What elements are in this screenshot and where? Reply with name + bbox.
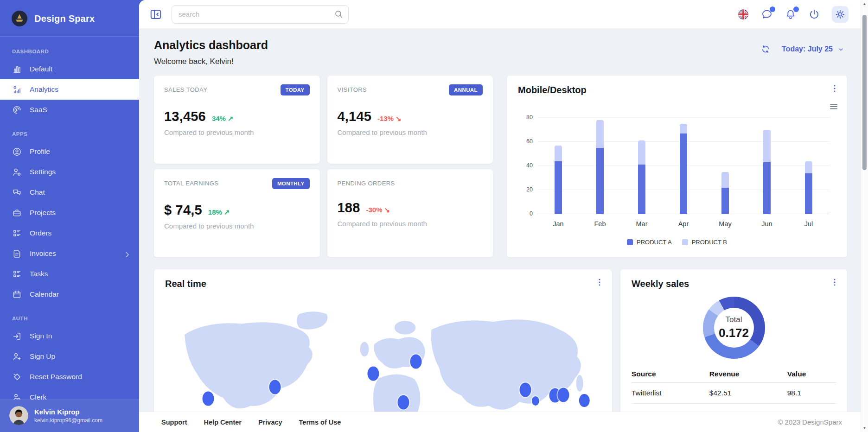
- sidebar-item-projects[interactable]: Projects: [0, 203, 139, 223]
- map-visitor-dot[interactable]: [203, 391, 214, 406]
- sidebar-item-clerk[interactable]: Clerk: [0, 387, 139, 400]
- scrollbar-thumb[interactable]: [862, 15, 867, 170]
- bar-jul[interactable]: [788, 118, 830, 214]
- chart-export-menu-button[interactable]: [829, 102, 839, 112]
- stat-value: 188: [338, 200, 360, 216]
- real-time-menu-button[interactable]: [594, 277, 605, 287]
- sidebar-collapse-button[interactable]: [149, 8, 162, 21]
- search-input[interactable]: [172, 5, 349, 24]
- chart-title: Mobile/Desktop: [518, 85, 836, 95]
- sidebar-item-label: Calendar: [30, 290, 59, 299]
- legend-swatch: [682, 239, 688, 245]
- scrollbar-up-arrow[interactable]: ▲: [861, 2, 868, 6]
- notifications-button[interactable]: [785, 8, 797, 20]
- table-header-value: Value: [787, 366, 836, 383]
- sidebar-item-invoices[interactable]: Invoices: [0, 243, 139, 264]
- stat-subtext: Compared to previous month: [338, 220, 483, 228]
- footer-link-support[interactable]: Support: [161, 419, 187, 426]
- bar-may[interactable]: [704, 118, 746, 214]
- messages-button[interactable]: [761, 8, 773, 20]
- stat-value: $ 74,5: [164, 203, 202, 218]
- map-visitor-dot[interactable]: [519, 382, 531, 397]
- refresh-button[interactable]: [760, 44, 771, 54]
- stat-card-visitors: VISITORS ANNUAL 4,145 -13% ↘ Compared to…: [327, 76, 493, 164]
- theme-toggle-button[interactable]: [832, 6, 849, 23]
- page-scrollbar[interactable]: ▲ ▼: [861, 0, 868, 432]
- bar-jun[interactable]: [746, 118, 788, 214]
- x-axis-tick-label: May: [704, 220, 746, 228]
- table-cell: 98.1: [787, 383, 836, 404]
- stat-badge[interactable]: ANNUAL: [449, 84, 483, 95]
- bar-apr[interactable]: [663, 118, 704, 214]
- sidebar-user-panel[interactable]: Kelvin Kiprop kelvin.kiprop96@gmail.com: [0, 400, 139, 432]
- legend-swatch: [627, 239, 633, 245]
- stat-value: 13,456: [164, 109, 206, 124]
- bar-mar[interactable]: [621, 118, 663, 214]
- weekly-sales-donut-chart[interactable]: Total 0.172: [703, 297, 765, 359]
- map-visitor-dot[interactable]: [269, 380, 281, 394]
- stat-subtext: Compared to previous month: [164, 128, 310, 136]
- real-time-title: Real time: [165, 279, 601, 289]
- scrollbar-down-arrow[interactable]: ▼: [861, 426, 868, 430]
- map-visitor-dot[interactable]: [368, 366, 379, 381]
- analytics-icon: [12, 85, 22, 95]
- search-icon[interactable]: [334, 9, 344, 19]
- sidebar-item-label: Sign In: [30, 332, 52, 340]
- donut-center-value: 0.172: [719, 326, 749, 340]
- sidebar-item-label: Clerk: [30, 393, 46, 400]
- chart-menu-button[interactable]: [830, 83, 840, 94]
- weekly-sales-menu-button[interactable]: [830, 277, 840, 287]
- sidebar-item-chat[interactable]: Chat: [0, 182, 139, 203]
- bar-segment-product-b: [680, 124, 687, 133]
- sidebar-item-sign-up[interactable]: Sign Up: [0, 346, 139, 367]
- bar-segment-product-a: [763, 162, 771, 214]
- world-map[interactable]: [167, 310, 599, 427]
- sidebar-item-tasks[interactable]: Tasks: [0, 264, 139, 284]
- y-axis-tick-label: 20: [526, 186, 533, 193]
- stat-badge[interactable]: MONTHLY: [272, 178, 310, 189]
- stat-label: PENDING ORDERS: [338, 178, 395, 187]
- topbar: [139, 0, 861, 28]
- date-picker[interactable]: Today: July 25: [782, 45, 845, 53]
- bar-chart-x-labels: JanFebMarAprMayJunJul: [537, 220, 830, 228]
- stat-badge[interactable]: TODAY: [281, 84, 310, 95]
- clerk-icon: [12, 393, 22, 400]
- bar-segment-product-b: [555, 146, 562, 161]
- sidebar-item-saas[interactable]: SaaS: [0, 100, 139, 120]
- hamburger-icon: [829, 102, 839, 112]
- footer-link-help-center[interactable]: Help Center: [204, 419, 242, 426]
- map-visitor-dot[interactable]: [557, 388, 569, 402]
- map-visitor-dot[interactable]: [410, 354, 421, 368]
- sidebar-item-calendar[interactable]: Calendar: [0, 284, 139, 305]
- chart-legend: PRODUCT APRODUCT B: [518, 239, 836, 246]
- sidebar-item-settings[interactable]: Settings: [0, 162, 139, 182]
- bar-segment-product-a: [638, 165, 645, 214]
- legend-item-product-b[interactable]: PRODUCT B: [682, 239, 727, 246]
- sidebar-item-orders[interactable]: Orders: [0, 223, 139, 243]
- bar-segment-product-b: [721, 172, 729, 188]
- brand-name: Design Sparx: [34, 13, 95, 24]
- map-visitor-dot[interactable]: [579, 394, 590, 407]
- bar-jan[interactable]: [537, 118, 579, 214]
- brand[interactable]: Design Sparx: [0, 0, 139, 37]
- table-row[interactable]: Twitterlist$42.5198.1: [632, 383, 836, 404]
- footer-link-terms-of-use[interactable]: Terms of Use: [299, 419, 341, 426]
- logout-button[interactable]: [808, 8, 820, 20]
- legend-item-product-a[interactable]: PRODUCT A: [627, 239, 672, 246]
- page-head: Analytics dashboard Welcome back, Kelvin…: [139, 28, 861, 66]
- sidebar-item-sign-in[interactable]: Sign In: [0, 326, 139, 346]
- map-visitor-dot[interactable]: [397, 395, 409, 409]
- sidebar-item-analytics[interactable]: Analytics: [0, 79, 139, 100]
- user-circle-icon: [12, 147, 22, 157]
- sidebar-item-reset-password[interactable]: Reset Password: [0, 367, 139, 387]
- footer-link-privacy[interactable]: Privacy: [258, 419, 282, 426]
- collapse-icon: [149, 8, 162, 21]
- chevron-down-icon: [837, 45, 845, 53]
- footer-links: SupportHelp CenterPrivacyTerms of Use: [161, 418, 357, 426]
- chevron-right-icon: [122, 250, 130, 257]
- sidebar-item-profile[interactable]: Profile: [0, 141, 139, 162]
- language-flag-button[interactable]: [737, 8, 749, 20]
- bar-feb[interactable]: [579, 118, 621, 214]
- sidebar-item-default[interactable]: Default: [0, 59, 139, 79]
- uk-flag-icon: [737, 8, 749, 20]
